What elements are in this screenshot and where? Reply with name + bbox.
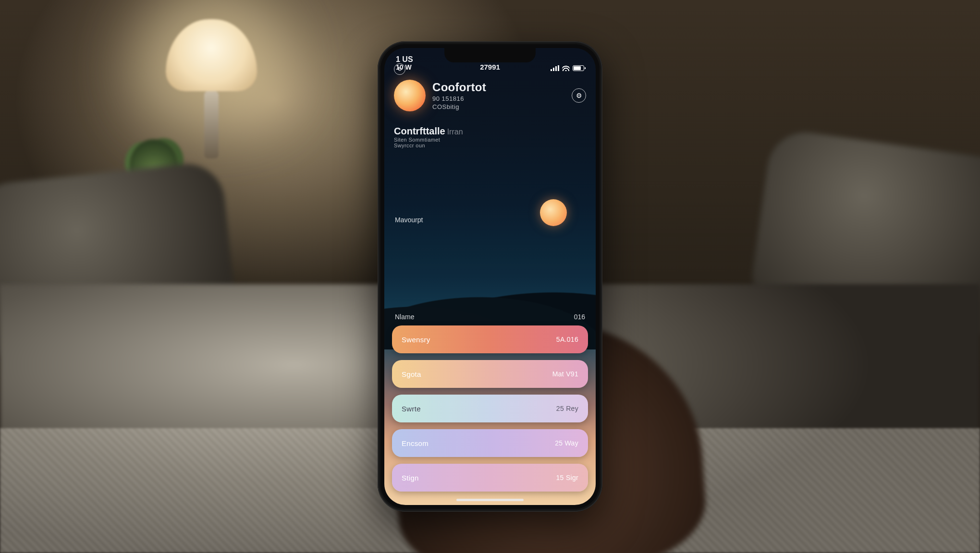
status-center: 27991 bbox=[480, 63, 500, 71]
list-item-value: 25 Way bbox=[555, 439, 578, 447]
moon-icon bbox=[540, 199, 567, 226]
mid-label: Mavourpt bbox=[395, 216, 423, 224]
section-title: ContrfttalleIrran bbox=[394, 126, 586, 137]
list-item-label: Encsom bbox=[402, 439, 429, 447]
section-line-1: Siten Sommtiamet bbox=[394, 137, 586, 143]
list-item-label: Stign bbox=[402, 474, 419, 482]
list-item-value: 5A.016 bbox=[556, 336, 578, 343]
refresh-icon[interactable]: ↻ bbox=[394, 63, 405, 75]
phone-frame: 1 US 10 W 27991 ↻ Coofortot bbox=[378, 41, 602, 512]
app-title: Coofortot bbox=[432, 81, 486, 94]
preset-list: Nlame 016 Swensry 5A.016 Sgota Mat V91 S… bbox=[384, 313, 596, 498]
sun-icon bbox=[394, 80, 426, 111]
list-item-value: Mat V91 bbox=[552, 370, 578, 378]
list-item-label: Sgota bbox=[402, 370, 421, 378]
settings-button[interactable]: ⚙ bbox=[572, 88, 586, 103]
list-item[interactable]: Sgota Mat V91 bbox=[392, 360, 588, 388]
list-item[interactable]: Swensry 5A.016 bbox=[392, 325, 588, 353]
status-left-1: 1 US bbox=[396, 55, 413, 64]
battery-icon bbox=[573, 65, 584, 71]
bedroom-scene: 1 US 10 W 27991 ↻ Coofortot bbox=[0, 0, 980, 553]
list-item-value: 25 Rey bbox=[556, 405, 578, 412]
gear-icon: ⚙ bbox=[576, 92, 582, 99]
app-header: ↻ Coofortot 90 151816 COSbitig ⚙ bbox=[384, 80, 596, 148]
home-indicator[interactable] bbox=[456, 499, 524, 501]
app-sub2: COSbitig bbox=[432, 103, 486, 110]
phone-screen[interactable]: 1 US 10 W 27991 ↻ Coofortot bbox=[384, 48, 596, 505]
wifi-icon bbox=[562, 65, 570, 71]
list-header: Nlame 016 bbox=[392, 313, 588, 325]
list-item-label: Swensry bbox=[402, 336, 430, 344]
list-header-left: Nlame bbox=[395, 313, 414, 321]
list-item-value: 15 Sigr bbox=[556, 474, 578, 481]
status-bar: 1 US 10 W 27991 bbox=[384, 48, 596, 73]
list-header-right: 016 bbox=[574, 313, 585, 321]
section-line-2: Swyrccr oun bbox=[394, 143, 586, 148]
list-item[interactable]: Swrte 25 Rey bbox=[392, 395, 588, 422]
app-sub1: 90 151816 bbox=[432, 95, 486, 102]
list-item-label: Swrte bbox=[402, 405, 421, 413]
signal-icon bbox=[551, 65, 559, 71]
list-item[interactable]: Stign 15 Sigr bbox=[392, 464, 588, 492]
list-item[interactable]: Encsom 25 Way bbox=[392, 429, 588, 457]
